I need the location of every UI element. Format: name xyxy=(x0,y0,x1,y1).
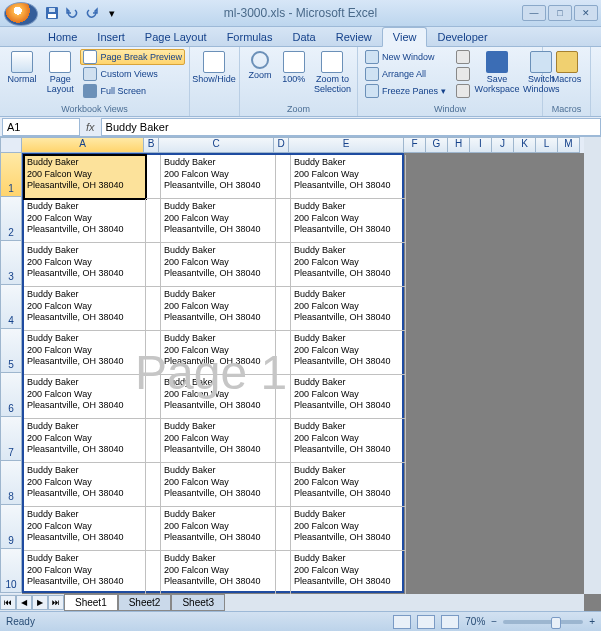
cell[interactable]: Buddy Baker 200 Falcon Way Pleasantville… xyxy=(24,155,146,199)
column-header[interactable]: L xyxy=(536,137,558,153)
custom-views-button[interactable]: Custom Views xyxy=(80,66,185,82)
tab-view[interactable]: View xyxy=(382,27,428,47)
cell[interactable]: Buddy Baker 200 Falcon Way Pleasantville… xyxy=(24,287,146,331)
cell[interactable]: Buddy Baker 200 Falcon Way Pleasantville… xyxy=(24,551,146,594)
tab-formulas[interactable]: Formulas xyxy=(217,28,283,46)
macros-button[interactable]: Macros xyxy=(547,49,586,87)
cell[interactable]: Buddy Baker 200 Falcon Way Pleasantville… xyxy=(161,287,276,331)
cell[interactable]: Buddy Baker 200 Falcon Way Pleasantville… xyxy=(161,463,276,507)
cell[interactable]: Buddy Baker 200 Falcon Way Pleasantville… xyxy=(161,551,276,594)
cell[interactable] xyxy=(276,155,291,199)
tab-data[interactable]: Data xyxy=(282,28,325,46)
cell[interactable] xyxy=(276,375,291,419)
sheet-tab-2[interactable]: Sheet2 xyxy=(118,594,172,611)
cell[interactable] xyxy=(276,287,291,331)
column-header[interactable]: I xyxy=(470,137,492,153)
select-all-corner[interactable] xyxy=(0,137,22,153)
cell[interactable]: Buddy Baker 200 Falcon Way Pleasantville… xyxy=(161,375,276,419)
page-layout-view-icon[interactable] xyxy=(417,615,435,629)
cell[interactable] xyxy=(276,551,291,594)
cell[interactable]: Buddy Baker 200 Falcon Way Pleasantville… xyxy=(291,463,406,507)
show-hide-button[interactable]: Show/Hide xyxy=(194,49,234,87)
cell[interactable]: Buddy Baker 200 Falcon Way Pleasantville… xyxy=(161,155,276,199)
column-header[interactable]: M xyxy=(558,137,580,153)
redo-icon[interactable] xyxy=(84,5,100,21)
restore-button[interactable]: □ xyxy=(548,5,572,21)
cell[interactable]: Buddy Baker 200 Falcon Way Pleasantville… xyxy=(24,199,146,243)
cell[interactable]: Buddy Baker 200 Falcon Way Pleasantville… xyxy=(291,155,406,199)
office-button[interactable] xyxy=(4,2,38,26)
cell[interactable] xyxy=(146,419,161,463)
row-header[interactable]: 5 xyxy=(0,329,22,373)
row-header[interactable]: 7 xyxy=(0,417,22,461)
normal-view-button[interactable]: Normal xyxy=(4,49,40,87)
column-header[interactable]: D xyxy=(274,137,289,153)
zoom-out-button[interactable]: − xyxy=(491,616,497,627)
cell[interactable]: Buddy Baker 200 Falcon Way Pleasantville… xyxy=(291,375,406,419)
vertical-scrollbar[interactable] xyxy=(584,137,601,594)
zoom-slider[interactable] xyxy=(503,620,583,624)
split-button[interactable] xyxy=(453,49,473,65)
zoom-button[interactable]: Zoom xyxy=(244,49,276,83)
formula-input[interactable]: Buddy Baker xyxy=(101,118,601,136)
row-header[interactable]: 2 xyxy=(0,197,22,241)
cell[interactable] xyxy=(146,331,161,375)
cell[interactable]: Buddy Baker 200 Falcon Way Pleasantville… xyxy=(161,331,276,375)
zoom-100-button[interactable]: 100% xyxy=(278,49,310,87)
arrange-all-button[interactable]: Arrange All xyxy=(362,66,449,82)
full-screen-button[interactable]: Full Screen xyxy=(80,83,185,99)
cell[interactable]: Buddy Baker 200 Falcon Way Pleasantville… xyxy=(161,419,276,463)
cell[interactable] xyxy=(146,243,161,287)
sheet-nav-first[interactable]: ⏮ xyxy=(0,595,16,610)
name-box[interactable]: A1 xyxy=(2,118,80,136)
sheet-nav-next[interactable]: ▶ xyxy=(32,595,48,610)
cell[interactable]: Buddy Baker 200 Falcon Way Pleasantville… xyxy=(291,331,406,375)
sheet-tab-3[interactable]: Sheet3 xyxy=(171,594,225,611)
cell[interactable] xyxy=(146,155,161,199)
column-header[interactable]: A xyxy=(22,137,144,153)
cell[interactable]: Buddy Baker 200 Falcon Way Pleasantville… xyxy=(291,419,406,463)
cell[interactable]: Buddy Baker 200 Falcon Way Pleasantville… xyxy=(24,331,146,375)
tab-home[interactable]: Home xyxy=(38,28,87,46)
cell[interactable] xyxy=(146,375,161,419)
minimize-button[interactable]: — xyxy=(522,5,546,21)
row-header[interactable]: 4 xyxy=(0,285,22,329)
page-break-preview-button[interactable]: Page Break Preview xyxy=(80,49,185,65)
unhide-button[interactable] xyxy=(453,83,473,99)
undo-icon[interactable] xyxy=(64,5,80,21)
row-header[interactable]: 10 xyxy=(0,549,22,593)
cell[interactable] xyxy=(276,463,291,507)
freeze-panes-button[interactable]: Freeze Panes ▾ xyxy=(362,83,449,99)
cell[interactable] xyxy=(146,199,161,243)
column-header[interactable]: E xyxy=(289,137,404,153)
cell[interactable] xyxy=(276,331,291,375)
row-header[interactable]: 6 xyxy=(0,373,22,417)
column-header[interactable]: J xyxy=(492,137,514,153)
column-header[interactable]: G xyxy=(426,137,448,153)
row-header[interactable]: 3 xyxy=(0,241,22,285)
cell[interactable]: Buddy Baker 200 Falcon Way Pleasantville… xyxy=(291,199,406,243)
sheet-nav-prev[interactable]: ◀ xyxy=(16,595,32,610)
zoom-in-button[interactable]: + xyxy=(589,616,595,627)
cell[interactable]: Buddy Baker 200 Falcon Way Pleasantville… xyxy=(161,507,276,551)
cell[interactable]: Buddy Baker 200 Falcon Way Pleasantville… xyxy=(161,199,276,243)
qat-dropdown-icon[interactable]: ▾ xyxy=(104,5,120,21)
column-header[interactable]: H xyxy=(448,137,470,153)
cell[interactable]: Buddy Baker 200 Falcon Way Pleasantville… xyxy=(24,375,146,419)
close-button[interactable]: ✕ xyxy=(574,5,598,21)
sheet-nav-last[interactable]: ⏭ xyxy=(48,595,64,610)
cell[interactable]: Buddy Baker 200 Falcon Way Pleasantville… xyxy=(291,243,406,287)
page-layout-button[interactable]: Page Layout xyxy=(42,49,78,97)
fx-icon[interactable]: fx xyxy=(80,121,101,133)
cell[interactable] xyxy=(146,463,161,507)
column-header[interactable]: B xyxy=(144,137,159,153)
cell[interactable] xyxy=(276,507,291,551)
tab-insert[interactable]: Insert xyxy=(87,28,135,46)
tab-page-layout[interactable]: Page Layout xyxy=(135,28,217,46)
sheet-tab-1[interactable]: Sheet1 xyxy=(64,594,118,611)
hide-button[interactable] xyxy=(453,66,473,82)
column-header[interactable]: K xyxy=(514,137,536,153)
column-header[interactable]: C xyxy=(159,137,274,153)
cell[interactable]: Buddy Baker 200 Falcon Way Pleasantville… xyxy=(291,507,406,551)
save-icon[interactable] xyxy=(44,5,60,21)
